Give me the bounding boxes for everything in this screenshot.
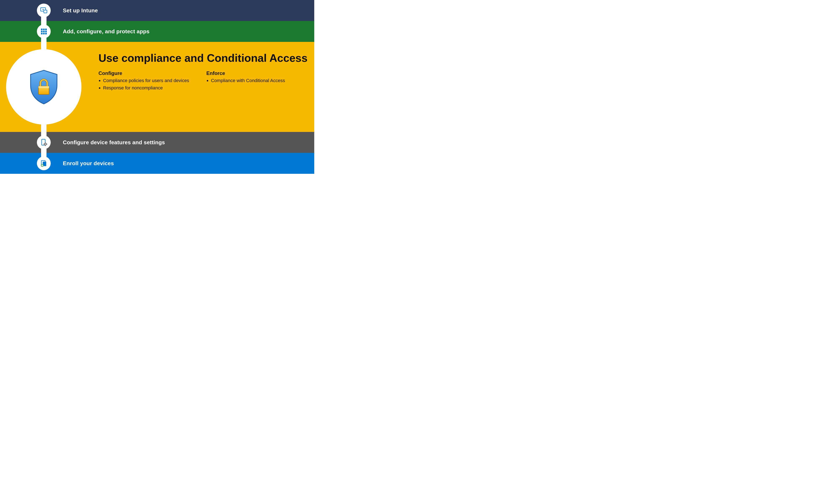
enroll-devices-icon <box>37 157 51 170</box>
step-setup-label: Set up Intune <box>63 7 98 14</box>
step-apps: Add, configure, and protect apps <box>0 21 314 42</box>
svg-rect-15 <box>45 142 46 143</box>
intune-steps-diagram: Set up Intune Add, configure, and protec… <box>0 0 314 174</box>
active-step-columns: Configure Compliance policies for users … <box>99 70 297 92</box>
svg-rect-8 <box>45 31 47 33</box>
column-enforce-heading: Enforce <box>206 70 297 76</box>
svg-point-1 <box>42 9 43 10</box>
list-item: Compliance policies for users and device… <box>103 77 190 84</box>
svg-rect-16 <box>45 145 46 146</box>
apps-grid-icon <box>37 24 51 38</box>
svg-rect-5 <box>45 29 47 30</box>
active-step-title: Use compliance and Conditional Access <box>99 52 314 65</box>
monitor-icon <box>37 3 51 17</box>
shield-lock-icon <box>6 49 82 125</box>
device-gear-icon <box>37 136 51 149</box>
step-enroll-label: Enroll your devices <box>63 160 114 167</box>
step-enroll: Enroll your devices <box>0 153 314 174</box>
svg-rect-11 <box>45 33 47 35</box>
column-configure-list: Compliance policies for users and device… <box>99 77 190 91</box>
step-setup-intune: Set up Intune <box>0 0 314 21</box>
column-enforce: Enforce Compliance with Conditional Acce… <box>206 70 297 92</box>
svg-rect-2 <box>44 10 47 13</box>
step-apps-label: Add, configure, and protect apps <box>63 28 150 35</box>
active-step-content: Use compliance and Conditional Access Co… <box>63 52 314 92</box>
column-configure: Configure Compliance policies for users … <box>99 70 190 92</box>
step-compliance-active: Use compliance and Conditional Access Co… <box>0 42 314 132</box>
svg-rect-17 <box>43 144 44 144</box>
svg-rect-3 <box>41 29 43 30</box>
column-enforce-list: Compliance with Conditional Access <box>206 77 297 84</box>
svg-rect-7 <box>43 31 45 33</box>
svg-rect-6 <box>41 31 43 33</box>
step-device-features-label: Configure device features and settings <box>63 139 165 146</box>
svg-rect-18 <box>47 144 47 144</box>
list-item: Compliance with Conditional Access <box>211 77 297 84</box>
svg-rect-4 <box>43 29 45 30</box>
svg-rect-9 <box>41 33 43 35</box>
svg-point-19 <box>45 144 46 145</box>
list-item: Response for noncompliance <box>103 85 190 91</box>
column-configure-heading: Configure <box>99 70 190 76</box>
step-device-features: Configure device features and settings <box>0 132 314 153</box>
svg-rect-10 <box>43 33 45 35</box>
